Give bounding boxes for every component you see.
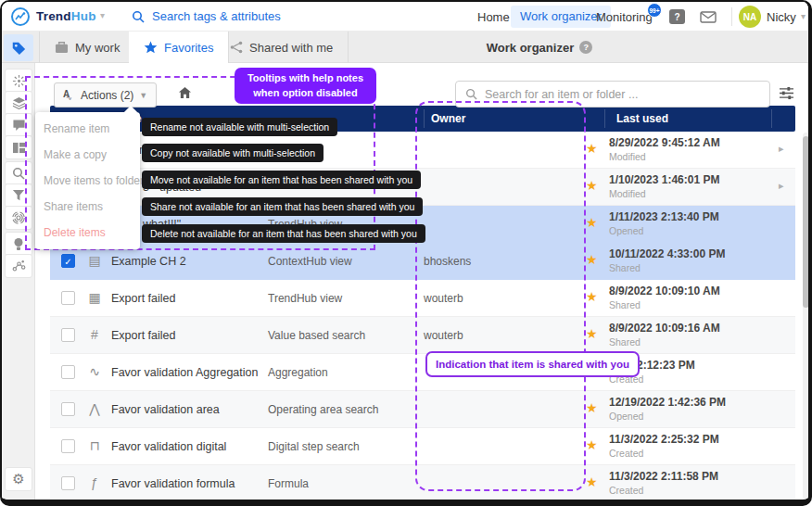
item-search-input[interactable] bbox=[485, 88, 760, 101]
search-icon bbox=[132, 10, 145, 23]
row-checkbox[interactable]: ✓ bbox=[61, 254, 75, 268]
favorite-star-icon[interactable]: ★ bbox=[586, 141, 598, 156]
tooltip-move: Move not available for an item that has … bbox=[142, 171, 421, 189]
title-help-icon[interactable]: ? bbox=[579, 41, 592, 54]
last-used-activity: Created bbox=[609, 448, 643, 459]
tag-icon bbox=[11, 41, 26, 56]
favorite-star-icon[interactable]: ★ bbox=[586, 474, 598, 489]
brand-name: TrendHub bbox=[36, 9, 96, 23]
item-name[interactable]: Favor validation formula bbox=[111, 477, 235, 490]
tab-tags[interactable] bbox=[4, 34, 33, 61]
help-note-tooltip: Tooltips with help notes when option dis… bbox=[235, 68, 376, 104]
item-type: Value based search bbox=[268, 329, 365, 342]
favorite-star-icon[interactable]: ★ bbox=[586, 437, 598, 452]
expand-chevron-icon[interactable]: ▸ bbox=[779, 180, 784, 192]
trendhub-logo-icon bbox=[11, 7, 30, 26]
row-checkbox[interactable] bbox=[61, 476, 75, 490]
last-used-date: 8/9/2022 10:09:16 AM bbox=[609, 322, 720, 335]
item-name[interactable]: Export failed bbox=[111, 292, 175, 305]
tooltip-share: Share not available for an item that has… bbox=[142, 197, 423, 216]
tab-bar: My work Favorites Shared with me Work or… bbox=[2, 32, 808, 63]
row-checkbox[interactable] bbox=[61, 365, 75, 379]
item-name[interactable]: Favor validation digital bbox=[111, 440, 226, 453]
formula-type-icon: ƒ bbox=[85, 475, 104, 490]
row-checkbox[interactable] bbox=[61, 439, 75, 453]
nav-home[interactable]: Home bbox=[477, 10, 510, 24]
sidebar-scatter-icon[interactable] bbox=[5, 254, 32, 278]
tooltip-delete: Delete not available for an item that ha… bbox=[142, 224, 425, 243]
item-name[interactable]: Favor validation Aggregation bbox=[111, 366, 258, 379]
tab-shared-with-me[interactable]: Shared with me bbox=[215, 32, 349, 63]
favorite-star-icon[interactable]: ★ bbox=[586, 326, 598, 341]
last-used-activity: Shared bbox=[609, 262, 641, 273]
row-checkbox[interactable] bbox=[61, 291, 75, 305]
avatar[interactable]: NA bbox=[739, 6, 761, 28]
help-icon[interactable]: ? bbox=[669, 9, 685, 24]
last-used-activity: Created bbox=[609, 485, 643, 496]
favorite-star-icon[interactable]: ★ bbox=[586, 178, 598, 193]
item-type: Operating area search bbox=[268, 403, 378, 416]
last-used-activity: Shared bbox=[609, 299, 641, 310]
sidebar-gear-icon[interactable]: ⚙ bbox=[5, 467, 32, 491]
annotation-region-owner bbox=[415, 101, 586, 491]
item-type: Digital step search bbox=[268, 440, 360, 453]
divider bbox=[731, 7, 732, 26]
menu-item-move[interactable]: Move items to folder bbox=[35, 168, 140, 194]
last-used-date: 1/10/2023 1:46:01 PM bbox=[609, 173, 719, 186]
item-type: Aggregation bbox=[268, 366, 328, 379]
mail-icon[interactable] bbox=[700, 10, 717, 27]
menu-item-rename[interactable]: Rename item bbox=[35, 116, 140, 142]
item-name[interactable]: Export failed bbox=[111, 329, 175, 342]
row-checkbox[interactable] bbox=[61, 402, 75, 416]
item-type: TrendHub view bbox=[268, 292, 342, 305]
menu-item-delete[interactable]: Delete items bbox=[35, 220, 140, 246]
tooltip-rename: Rename not available with multi-selectio… bbox=[142, 118, 337, 136]
tooltip-copy: Copy not available with multi-selection bbox=[142, 144, 324, 162]
last-used-date: 8/9/2022 10:09:10 AM bbox=[609, 285, 720, 297]
tag-search-label: Search tags & attributes bbox=[152, 9, 281, 23]
item-type: ContextHub view bbox=[268, 255, 352, 268]
nav-monitoring[interactable]: Monitoring bbox=[596, 10, 653, 24]
tag-search[interactable]: Search tags & attributes bbox=[132, 9, 281, 23]
last-used-date: 12/19/2022 1:42:36 PM bbox=[609, 396, 726, 409]
app-window: TrendHub ▾ Search tags & attributes Home… bbox=[0, 0, 812, 506]
menu-item-share[interactable]: Share items bbox=[35, 194, 140, 220]
favorite-star-icon[interactable]: ★ bbox=[586, 400, 598, 415]
brand-caret-icon[interactable]: ▾ bbox=[100, 10, 105, 20]
last-used-activity: Modified bbox=[609, 151, 646, 162]
share-icon bbox=[230, 41, 243, 54]
column-header-last-used[interactable]: Last used bbox=[616, 112, 668, 125]
last-used-date: 10/11/2022 4:33:00 PM bbox=[609, 247, 725, 260]
digital-type-icon: ⊓ bbox=[85, 438, 104, 453]
last-used-date: 11/3/2022 2:11:58 PM bbox=[609, 470, 718, 483]
actions-dropdown-menu: Rename item Make a copy Move items to fo… bbox=[35, 112, 140, 249]
tab-my-work[interactable]: My work bbox=[39, 32, 135, 63]
monitoring-badge: 99+ bbox=[647, 3, 662, 18]
briefcase-icon bbox=[55, 41, 69, 54]
row-checkbox[interactable] bbox=[61, 328, 75, 342]
item-name[interactable]: Favor validation area bbox=[111, 403, 220, 416]
scrollbar[interactable] bbox=[803, 133, 809, 500]
contexthub-type-icon: ▤ bbox=[85, 253, 104, 268]
favorite-star-icon[interactable]: ★ bbox=[586, 289, 598, 304]
scrollbar-thumb[interactable] bbox=[803, 136, 809, 308]
user-name[interactable]: Nicky bbox=[767, 10, 796, 24]
last-used-date: 8/29/2022 9:45:12 AM bbox=[609, 136, 720, 149]
menu-item-copy[interactable]: Make a copy bbox=[35, 142, 140, 168]
aggregation-type-icon: ∿ bbox=[85, 364, 104, 379]
last-used-activity: Modified bbox=[609, 188, 646, 199]
search-icon bbox=[465, 88, 477, 100]
last-used-date: 1/11/2023 2:13:40 PM bbox=[609, 210, 719, 223]
last-used-activity: Opened bbox=[609, 225, 643, 236]
last-used-activity: Shared bbox=[609, 336, 641, 348]
star-icon bbox=[144, 41, 158, 54]
page-title: Work organizer ? bbox=[400, 32, 679, 63]
item-name[interactable]: Example CH 2 bbox=[111, 255, 186, 268]
favorite-star-icon[interactable]: ★ bbox=[586, 215, 598, 230]
value-type-icon: # bbox=[85, 327, 104, 342]
user-menu-caret-icon[interactable]: ▾ bbox=[801, 11, 806, 21]
filter-settings-icon[interactable] bbox=[779, 86, 794, 104]
expand-chevron-icon[interactable]: ▸ bbox=[779, 143, 784, 155]
favorite-star-icon[interactable]: ★ bbox=[586, 252, 598, 267]
trendhub-type-icon: ▦ bbox=[85, 290, 104, 305]
